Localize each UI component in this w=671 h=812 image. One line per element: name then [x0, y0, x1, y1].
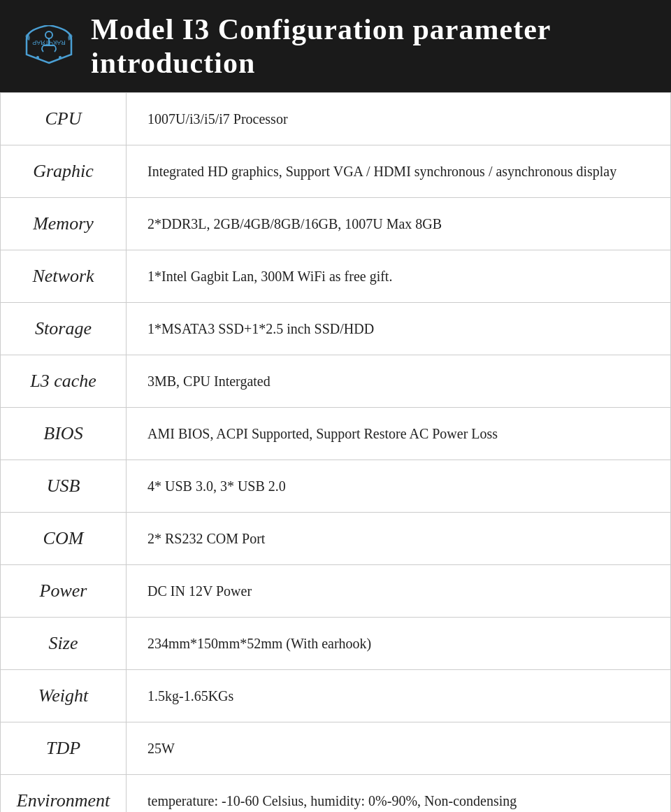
- spec-value: 1*MSATA3 SSD+1*2.5 inch SSD/HDD: [127, 303, 671, 355]
- svg-point-4: [36, 56, 39, 59]
- spec-label: COM: [1, 513, 127, 565]
- logo: RАКЧТЯАP: [21, 22, 77, 71]
- spec-label: CPU: [1, 93, 127, 145]
- page-header: RАКЧТЯАP Model I3 Configuration paramete…: [0, 0, 671, 92]
- table-row: Storage1*MSATA3 SSD+1*2.5 inch SSD/HDD: [1, 303, 671, 355]
- spec-value: AMI BIOS, ACPI Supported, Support Restor…: [127, 408, 671, 460]
- spec-value: 1007U/i3/i5/i7 Processor: [127, 93, 671, 145]
- spec-value: 25W: [127, 722, 671, 775]
- table-row: PowerDC IN 12V Power: [1, 565, 671, 618]
- spec-label: TDP: [1, 722, 127, 775]
- table-row: GraphicIntegrated HD graphics, Support V…: [1, 145, 671, 198]
- spec-value: 2* RS232 COM Port: [127, 513, 671, 565]
- table-row: Size234mm*150mm*52mm (With earhook): [1, 618, 671, 670]
- spec-label: L3 cache: [1, 355, 127, 408]
- spec-label: Weight: [1, 670, 127, 722]
- spec-value: 1*Intel Gagbit Lan, 300M WiFi as free gi…: [127, 250, 671, 303]
- spec-label: USB: [1, 460, 127, 513]
- spec-label: Memory: [1, 198, 127, 250]
- table-row: USB4* USB 3.0, 3* USB 2.0: [1, 460, 671, 513]
- svg-point-1: [45, 31, 52, 38]
- spec-label: Power: [1, 565, 127, 618]
- spec-label: Size: [1, 618, 127, 670]
- table-row: CPU1007U/i3/i5/i7 Processor: [1, 93, 671, 145]
- table-row: Weight1.5kg-1.65KGs: [1, 670, 671, 722]
- table-row: TDP25W: [1, 722, 671, 775]
- spec-label: BIOS: [1, 408, 127, 460]
- spec-value: temperature: -10-60 Celsius, humidity: 0…: [127, 775, 671, 813]
- spec-value: 234mm*150mm*52mm (With earhook): [127, 618, 671, 670]
- table-row: Network1*Intel Gagbit Lan, 300M WiFi as …: [1, 250, 671, 303]
- table-row: COM2* RS232 COM Port: [1, 513, 671, 565]
- spec-label: Storage: [1, 303, 127, 355]
- spec-value: 2*DDR3L, 2GB/4GB/8GB/16GB, 1007U Max 8GB: [127, 198, 671, 250]
- page-title: Model I3 Configuration parameter introdu…: [91, 13, 650, 80]
- spec-label: Graphic: [1, 145, 127, 198]
- svg-point-5: [59, 56, 62, 59]
- spec-value: 1.5kg-1.65KGs: [127, 670, 671, 722]
- specs-table: CPU1007U/i3/i5/i7 ProcessorGraphicIntegr…: [0, 92, 671, 812]
- spec-value: 4* USB 3.0, 3* USB 2.0: [127, 460, 671, 513]
- spec-label: Network: [1, 250, 127, 303]
- spec-value: 3MB, CPU Intergated: [127, 355, 671, 408]
- table-row: Environmenttemperature: -10-60 Celsius, …: [1, 775, 671, 813]
- table-row: L3 cache3MB, CPU Intergated: [1, 355, 671, 408]
- spec-value: Integrated HD graphics, Support VGA / HD…: [127, 145, 671, 198]
- spec-label: Environment: [1, 775, 127, 813]
- table-row: BIOSAMI BIOS, ACPI Supported, Support Re…: [1, 408, 671, 460]
- spec-value: DC IN 12V Power: [127, 565, 671, 618]
- table-row: Memory2*DDR3L, 2GB/4GB/8GB/16GB, 1007U M…: [1, 198, 671, 250]
